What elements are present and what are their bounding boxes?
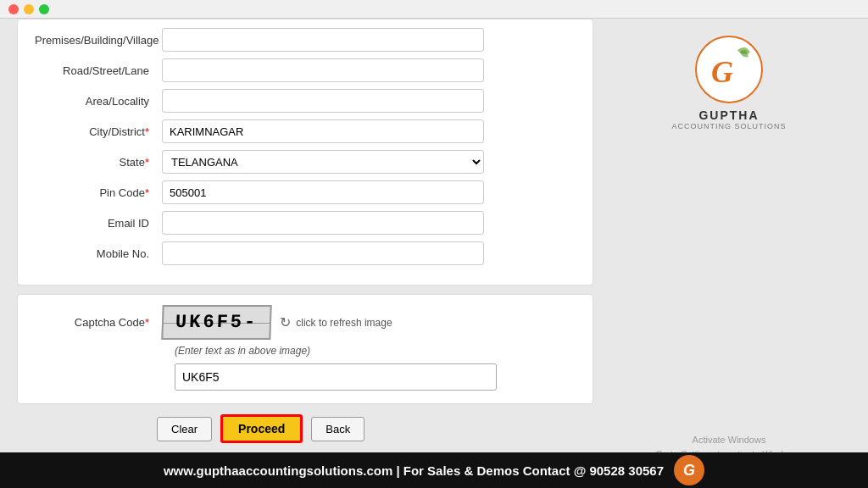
- captcha-image-row: Captcha Code* UK6F5- ↻ click to refresh …: [35, 305, 576, 340]
- form-area: Premises/Building/Village Road/Street/La…: [0, 19, 610, 471]
- bottom-bar-text: www.gupthaaccountingsolutions.com | For …: [164, 463, 664, 478]
- proceed-button[interactable]: Proceed: [220, 414, 303, 443]
- area-label: Area/Locality: [35, 95, 162, 108]
- area-input[interactable]: [162, 89, 484, 113]
- captcha-hint: (Enter text as in above image): [175, 345, 576, 357]
- bottom-bar: www.gupthaaccountingsolutions.com | For …: [0, 452, 868, 488]
- browser-top-strip: [0, 0, 868, 19]
- back-button[interactable]: Back: [311, 417, 364, 441]
- premises-label: Premises/Building/Village: [35, 34, 162, 47]
- road-row: Road/Street/Lane: [35, 58, 576, 82]
- refresh-icon[interactable]: ↻: [280, 314, 291, 330]
- clear-button[interactable]: Clear: [157, 417, 212, 441]
- pincode-input[interactable]: [162, 180, 484, 204]
- logo-circle: G: [695, 36, 763, 103]
- pincode-label: Pin Code*: [35, 186, 162, 199]
- city-label: City/District*: [35, 125, 162, 138]
- premises-row: Premises/Building/Village: [35, 28, 576, 52]
- state-row: State* TELANGANA ANDHRA PRADESH KARNATAK…: [35, 150, 576, 174]
- minimize-dot: [24, 4, 34, 14]
- road-label: Road/Street/Lane: [35, 64, 162, 77]
- svg-text:G: G: [711, 55, 733, 89]
- mobile-label: Mobile No.: [35, 247, 162, 260]
- city-input[interactable]: [162, 119, 484, 143]
- pincode-row: Pin Code*: [35, 180, 576, 204]
- logo-subtext: ACCOUNTING SOLUTIONS: [671, 122, 786, 130]
- road-input[interactable]: [162, 58, 484, 82]
- bottom-bar-logo: G: [674, 455, 704, 485]
- logo-svg: G: [699, 40, 759, 99]
- address-form-card: Premises/Building/Village Road/Street/La…: [17, 19, 593, 286]
- city-row: City/District*: [35, 119, 576, 143]
- email-input[interactable]: [162, 211, 484, 235]
- captcha-image: UK6F5-: [161, 305, 272, 340]
- premises-input[interactable]: [162, 28, 484, 52]
- logo-name: GUPTHA: [698, 108, 759, 122]
- close-dot: [8, 4, 19, 14]
- captcha-label: Captcha Code*: [35, 316, 162, 329]
- email-label: Email ID: [35, 217, 162, 230]
- state-select[interactable]: TELANGANA ANDHRA PRADESH KARNATAKA TAMIL…: [162, 150, 484, 174]
- refresh-text[interactable]: click to refresh image: [296, 317, 392, 329]
- state-label: State*: [35, 156, 162, 169]
- right-sidebar: G GUPTHA ACCOUNTING SOLUTIONS Activate W…: [610, 19, 848, 471]
- captcha-input-row: [35, 363, 576, 391]
- main-content: Premises/Building/Village Road/Street/La…: [0, 19, 868, 471]
- mobile-input[interactable]: [162, 241, 484, 265]
- captcha-input[interactable]: [175, 363, 497, 391]
- email-row: Email ID: [35, 211, 576, 235]
- logo-area: G GUPTHA ACCOUNTING SOLUTIONS: [671, 36, 786, 130]
- area-row: Area/Locality: [35, 89, 576, 113]
- maximize-dot: [39, 4, 49, 14]
- bottom-bar-logo-g: G: [683, 462, 695, 480]
- captcha-card: Captcha Code* UK6F5- ↻ click to refresh …: [17, 294, 593, 404]
- mobile-row: Mobile No.: [35, 241, 576, 265]
- form-buttons: Clear Proceed Back: [157, 414, 593, 443]
